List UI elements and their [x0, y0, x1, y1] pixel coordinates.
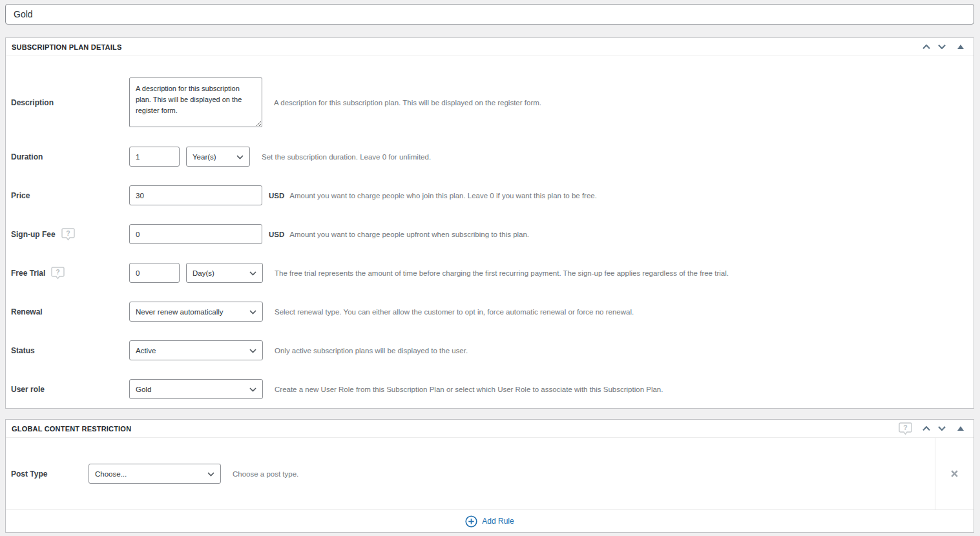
free-trial-label: Free Trial	[11, 269, 45, 278]
description-textarea[interactable]: A description for this subscription plan…	[129, 77, 262, 127]
user-role-row: User role Gold Create a new User Role fr…	[6, 379, 974, 399]
chevron-up-icon	[922, 44, 931, 50]
global-content-restriction-header: GLOBAL CONTENT RESTRICTION ?	[6, 420, 974, 438]
subscription-plan-details-body: Description A description for this subsc…	[6, 56, 974, 408]
description-label: Description	[11, 98, 54, 107]
post-type-value: Choose...	[95, 470, 127, 478]
signup-fee-row: Sign-up Fee ? USD Amount you want to cha…	[6, 224, 974, 244]
duration-input[interactable]	[129, 147, 180, 167]
plus-circle-icon	[465, 515, 477, 528]
chevron-down-icon	[249, 349, 256, 353]
add-rule-bar: Add Rule	[6, 510, 974, 532]
post-type-hint: Choose a post type.	[233, 470, 298, 478]
close-icon	[951, 470, 958, 477]
user-role-label: User role	[11, 385, 45, 394]
triangle-up-icon	[957, 45, 964, 49]
add-rule-label: Add Rule	[482, 517, 514, 526]
renewal-hint: Select renewal type. You can either allo…	[275, 308, 634, 316]
chevron-down-icon	[207, 472, 214, 477]
subscription-plan-details-header: SUBSCRIPTION PLAN DETAILS	[6, 38, 974, 56]
move-down-button[interactable]	[934, 44, 950, 50]
user-role-value: Gold	[136, 386, 151, 393]
free-trial-hint: The free trial represents the amount of …	[275, 269, 729, 277]
subscription-plan-details-box: SUBSCRIPTION PLAN DETAILS Description A …	[5, 37, 974, 409]
add-rule-button[interactable]: Add Rule	[465, 515, 514, 528]
signup-fee-input[interactable]	[129, 224, 262, 244]
svg-text:?: ?	[56, 268, 60, 276]
signup-fee-hint: Amount you want to charge people upfront…	[289, 231, 529, 238]
signup-fee-currency-label: USD	[269, 231, 284, 238]
chevron-down-icon	[236, 155, 244, 160]
chevron-up-icon	[922, 426, 931, 431]
global-content-restriction-title: GLOBAL CONTENT RESTRICTION	[12, 425, 131, 433]
post-type-select[interactable]: Choose...	[89, 464, 221, 484]
metabox-handle-actions	[919, 44, 966, 50]
chevron-down-icon	[937, 426, 946, 431]
renewal-select[interactable]: Never renew automatically	[129, 302, 263, 322]
svg-text:?: ?	[903, 424, 907, 431]
duration-row: Duration Year(s) Set the subscription du…	[6, 147, 974, 167]
move-down-button[interactable]	[934, 426, 950, 431]
signup-fee-label: Sign-up Fee	[11, 230, 56, 239]
description-hint: A description for this subscription plan…	[274, 99, 541, 107]
help-tooltip-icon[interactable]: ?	[899, 422, 912, 435]
user-role-hint: Create a new User Role from this Subscri…	[275, 386, 663, 393]
duration-unit-value: Year(s)	[193, 153, 216, 161]
chevron-down-icon	[249, 271, 256, 276]
help-tooltip-icon[interactable]: ?	[51, 267, 65, 280]
help-tooltip-icon[interactable]: ?	[61, 228, 75, 241]
duration-hint: Set the subscription duration. Leave 0 f…	[262, 153, 431, 161]
edit-subscription-plan-page: SUBSCRIPTION PLAN DETAILS Description A …	[5, 4, 974, 533]
plan-title-input[interactable]	[5, 4, 974, 25]
price-label: Price	[11, 191, 30, 200]
price-currency-label: USD	[269, 192, 284, 200]
move-up-button[interactable]	[919, 44, 934, 50]
free-trial-unit-select[interactable]: Day(s)	[186, 263, 263, 283]
status-label: Status	[11, 346, 35, 355]
collapse-toggle-button[interactable]	[955, 426, 966, 431]
triangle-up-icon	[957, 426, 964, 431]
status-value: Active	[136, 347, 156, 355]
price-input[interactable]	[129, 185, 262, 205]
collapse-toggle-button[interactable]	[955, 45, 966, 49]
move-up-button[interactable]	[919, 426, 934, 431]
global-content-restriction-box: GLOBAL CONTENT RESTRICTION ?	[5, 419, 974, 533]
remove-rule-button[interactable]	[948, 468, 961, 480]
post-type-label: Post Type	[6, 469, 89, 479]
status-select[interactable]: Active	[129, 340, 263, 360]
duration-label: Duration	[11, 152, 43, 161]
status-hint: Only active subscription plans will be d…	[275, 347, 468, 355]
free-trial-unit-value: Day(s)	[193, 269, 214, 277]
user-role-select[interactable]: Gold	[129, 379, 263, 399]
chevron-down-icon	[249, 310, 256, 314]
price-row: Price USD Amount you want to charge peop…	[6, 185, 974, 205]
free-trial-input[interactable]	[129, 263, 180, 283]
price-hint: Amount you want to charge people who joi…	[289, 192, 597, 200]
subscription-plan-details-title: SUBSCRIPTION PLAN DETAILS	[12, 43, 121, 51]
duration-unit-select[interactable]: Year(s)	[186, 147, 250, 167]
renewal-value: Never renew automatically	[136, 308, 224, 316]
restriction-rule-row: Post Type Choose... Choose a post type.	[6, 438, 974, 510]
renewal-label: Renewal	[11, 307, 43, 316]
chevron-down-icon	[937, 44, 946, 50]
metabox-handle-actions: ?	[899, 422, 966, 435]
status-row: Status Active Only active subscription p…	[6, 340, 974, 360]
renewal-row: Renewal Never renew automatically Select…	[6, 302, 974, 322]
description-row: Description A description for this subsc…	[6, 77, 974, 127]
svg-text:?: ?	[66, 229, 70, 237]
free-trial-row: Free Trial ? Day(s) The free trial repre…	[6, 263, 974, 283]
chevron-down-icon	[249, 387, 256, 392]
